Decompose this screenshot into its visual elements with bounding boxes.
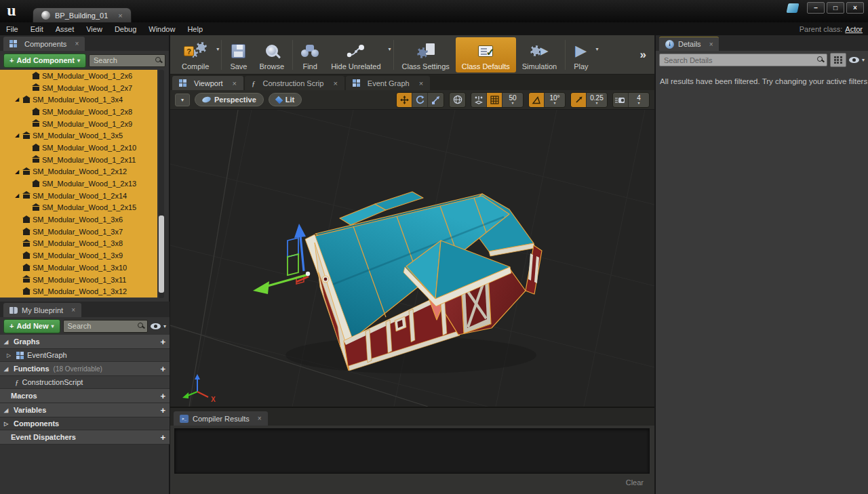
details-search-input[interactable] [659, 54, 827, 66]
add-variable-button[interactable]: + [160, 405, 165, 415]
play-options-caret[interactable]: ▾ [596, 46, 599, 52]
browse-button[interactable]: Browse [253, 37, 290, 73]
tab-components[interactable]: Components × [3, 37, 85, 51]
close-icon[interactable]: × [71, 306, 75, 314]
close-icon[interactable]: × [258, 415, 262, 422]
tree-row[interactable]: SM_Modular_Wood_1_3x8 [0, 238, 157, 250]
menu-edit[interactable]: Edit [24, 25, 50, 33]
save-button[interactable]: Save [224, 37, 253, 73]
add-dispatcher-button[interactable]: + [160, 432, 165, 442]
row-constructionscript[interactable]: ƒ ConstructionScript [0, 376, 170, 389]
display-filter-icon[interactable] [849, 57, 859, 63]
close-icon[interactable]: × [233, 79, 237, 87]
menu-asset[interactable]: Asset [50, 25, 81, 33]
caret-down-icon[interactable]: ▾ [862, 57, 865, 63]
add-function-button[interactable]: + [160, 364, 165, 374]
tree-row[interactable]: SM_Modular_Wood_1_2x13 [0, 178, 157, 190]
expand-arrow-icon[interactable]: ◢ [4, 366, 11, 372]
class-defaults-button[interactable]: ✓ Class Defaults [456, 37, 516, 73]
tree-row[interactable]: SM_Modular_Wood_1_3x10 [0, 262, 157, 274]
tree-row[interactable]: SM_Modular_Wood_1_2x6 [0, 70, 157, 82]
grid-snap-value[interactable]: 50 ▾ [502, 93, 523, 107]
minimize-button[interactable]: – [807, 2, 825, 14]
move-tool-button[interactable] [397, 93, 412, 107]
menu-debug[interactable]: Debug [108, 25, 142, 33]
expand-arrow-icon[interactable]: ◢ [4, 339, 11, 345]
components-scrollbar[interactable] [159, 70, 164, 298]
close-window-button[interactable]: × [846, 2, 864, 14]
tab-details[interactable]: i Details × [659, 37, 719, 51]
toolbar-overflow-chevron[interactable]: » [640, 48, 649, 62]
section-components-group[interactable]: ▷ Components [0, 417, 170, 430]
expand-arrow-icon[interactable]: ◢ [15, 132, 19, 138]
row-eventgraph[interactable]: ▷ EventGraph [0, 349, 170, 362]
menu-view[interactable]: View [80, 25, 108, 33]
tree-row[interactable]: SM_Modular_Wood_1_2x10 [0, 142, 157, 154]
scrollbar-thumb[interactable] [159, 215, 164, 293]
section-macros[interactable]: Macros + [0, 389, 170, 403]
scale-snap-button[interactable] [571, 93, 587, 107]
rotation-snap-button[interactable] [529, 93, 545, 107]
tree-row[interactable]: SM_Modular_Wood_1_3x6 [0, 213, 157, 226]
find-button[interactable]: Find [295, 37, 325, 73]
tab-construction-script[interactable]: ƒ Construction Scrip × [245, 76, 344, 90]
collapse-arrow-icon[interactable]: ▷ [4, 421, 11, 427]
camera-speed-button[interactable] [613, 93, 629, 107]
simulation-button[interactable]: ▶ Simulation [516, 37, 563, 73]
transform-gizmo[interactable] [253, 224, 310, 294]
section-variables[interactable]: ◢ Variables + [0, 403, 170, 417]
tree-row[interactable]: SM_Modular_Wood_1_3x9 [0, 249, 157, 262]
close-icon[interactable]: × [709, 41, 713, 48]
parent-class-link[interactable]: Actor [845, 25, 863, 33]
play-button[interactable]: ▶ Play [568, 37, 594, 73]
close-icon[interactable]: × [419, 79, 423, 87]
hide-unrelated-button[interactable]: Hide Unrelated [325, 37, 387, 73]
tree-row[interactable]: SM_Modular_Wood_1_2x7 [0, 82, 157, 94]
menu-window[interactable]: Window [142, 25, 181, 33]
section-functions[interactable]: ◢ Functions (18 Overridable) + [0, 362, 170, 376]
caret-down-icon[interactable]: ▾ [163, 323, 166, 329]
expand-arrow-icon[interactable]: ◢ [15, 192, 19, 199]
tab-event-graph[interactable]: Event Graph × [346, 76, 430, 90]
tree-row[interactable]: ◢SM_Modular_Wood_1_3x5 [0, 129, 157, 142]
grid-snap-button[interactable] [487, 93, 502, 107]
lit-mode-button[interactable]: Lit [269, 93, 302, 106]
components-search-input[interactable] [89, 54, 165, 67]
tree-row[interactable]: SM_Modular_Wood_1_2x11 [0, 154, 157, 166]
menu-help[interactable]: Help [181, 25, 209, 33]
tree-row[interactable]: SM_Modular_Wood_1_3x12 [0, 285, 157, 297]
clear-button[interactable]: Clear [626, 478, 644, 487]
document-tab[interactable]: BP_Building_01 × [33, 7, 132, 22]
tree-row[interactable]: SM_Modular_Wood_1_2x15 [0, 202, 157, 214]
menu-file[interactable]: File [0, 25, 24, 33]
rotate-tool-button[interactable] [412, 93, 428, 107]
camera-speed-value[interactable]: 4 ▾ [629, 93, 649, 107]
expand-arrow-icon[interactable]: ◢ [4, 407, 11, 413]
section-graphs[interactable]: ◢ Graphs + [0, 335, 170, 349]
close-icon[interactable]: × [333, 79, 337, 87]
surface-snap-button[interactable] [471, 93, 487, 107]
compile-options-caret[interactable]: ▾ [216, 46, 219, 52]
add-new-button[interactable]: + Add New ▾ [3, 319, 60, 333]
collapse-arrow-icon[interactable]: ▷ [7, 352, 14, 358]
tree-row[interactable]: SM_Modular_Wood_1_3x11 [0, 274, 157, 286]
expand-arrow-icon[interactable]: ◢ [15, 169, 19, 175]
add-macro-button[interactable]: + [160, 391, 165, 401]
scale-tool-button[interactable] [428, 93, 443, 107]
world-coordinate-button[interactable] [450, 93, 465, 107]
class-settings-button[interactable]: Class Settings [396, 37, 456, 73]
tree-row[interactable]: ◢SM_Modular_Wood_1_2x12 [0, 166, 157, 178]
scale-snap-value[interactable]: 0.25 ▾ [587, 93, 607, 107]
hide-unrelated-caret[interactable]: ▾ [389, 46, 391, 52]
tab-compiler-results[interactable]: >_ Compiler Results × [174, 411, 268, 426]
perspective-button[interactable]: Perspective [195, 93, 264, 106]
close-icon[interactable]: × [75, 40, 79, 47]
tree-row[interactable]: SM_Modular_Wood_1_2x8 [0, 106, 157, 118]
add-graph-button[interactable]: + [160, 337, 165, 347]
tree-row[interactable]: SM_Modular_Wood_1_2x9 [0, 118, 157, 130]
property-matrix-button[interactable] [830, 53, 846, 67]
tab-viewport[interactable]: Viewport × [172, 76, 243, 90]
my-blueprint-search-input[interactable] [63, 320, 148, 333]
rotation-snap-value[interactable]: 10° ▾ [545, 93, 565, 107]
visibility-filter-icon[interactable] [151, 323, 161, 329]
